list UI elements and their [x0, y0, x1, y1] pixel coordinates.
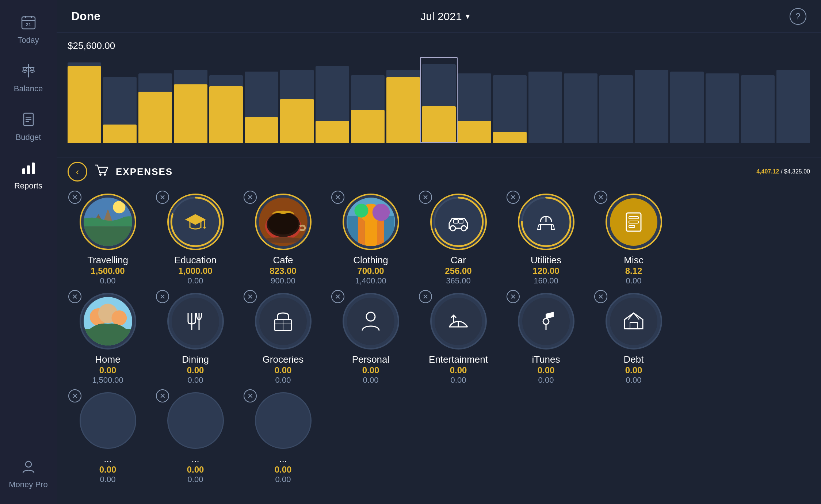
category-close-button[interactable] — [244, 290, 257, 303]
cart-icon — [95, 164, 108, 179]
category-budget: 0.00 — [188, 276, 203, 286]
category-close-button[interactable] — [331, 290, 344, 303]
chart-bar-group — [706, 73, 739, 143]
sidebar-item-today[interactable]: 21 Today — [0, 11, 57, 49]
category-close-button[interactable]: ✕ — [156, 389, 169, 402]
category-budget: 365.00 — [446, 276, 470, 286]
category-spent: 256.00 — [445, 266, 471, 276]
chart-bar-background — [280, 70, 314, 143]
chart-bar-group — [174, 70, 207, 143]
svg-point-21 — [99, 173, 102, 176]
categories-grid: Travelling1,500.000.00 Education1,000.00… — [57, 186, 821, 504]
chart-bar-background — [670, 72, 704, 143]
help-button[interactable]: ? — [790, 8, 806, 25]
chart-bar-group — [209, 75, 243, 143]
category-name: Groceries — [263, 354, 304, 365]
expenses-header: ‹ EXPENSES 4,407.12 / $4,325.00 — [57, 157, 821, 186]
category-close-button[interactable] — [68, 191, 81, 204]
category-item-car[interactable]: Car256.00365.00 — [418, 194, 499, 286]
category-close-button[interactable] — [594, 290, 607, 303]
category-item-misc[interactable]: Misc8.120.00 — [593, 194, 674, 286]
category-item-clothing[interactable]: Clothing700.001,400.00 — [331, 194, 411, 286]
expenses-budget-amount: $4,325.00 — [784, 168, 810, 175]
category-close-button[interactable] — [594, 191, 607, 204]
month-selector[interactable]: Jul 2021 ▾ — [420, 10, 469, 23]
chart-bar-group — [422, 64, 455, 143]
category-item-home[interactable]: Home0.001,500.00 — [68, 293, 148, 385]
chart-bar-background — [493, 75, 527, 143]
sidebar: 21 Today Balance — [0, 0, 57, 504]
back-button[interactable]: ‹ — [68, 162, 87, 182]
category-item-itunes[interactable]: iTunes0.000.00 — [506, 293, 586, 385]
category-spent: 823.00 — [270, 266, 296, 276]
category-item-travelling[interactable]: Travelling1,500.000.00 — [68, 194, 148, 286]
category-circle — [80, 293, 136, 350]
category-budget: 900.00 — [271, 276, 295, 286]
chart-bar-foreground — [209, 86, 243, 143]
category-spent: 0.00 — [275, 465, 292, 475]
chart-bar-group — [458, 73, 491, 143]
balance-icon — [21, 63, 36, 82]
chart-bar-foreground — [422, 106, 455, 143]
category-close-button[interactable]: ✕ — [68, 389, 81, 402]
chart-bar-group — [493, 75, 527, 143]
category-budget: 0.00 — [275, 375, 291, 385]
category-name: Debt — [624, 354, 644, 365]
chart-bar-group — [245, 72, 278, 143]
category-name: Travelling — [87, 255, 128, 266]
chart-bar-group — [528, 72, 562, 143]
category-item-groceries[interactable]: Groceries0.000.00 — [243, 293, 323, 385]
sidebar-item-budget[interactable]: Budget — [0, 108, 57, 146]
category-name: Utilities — [531, 255, 561, 266]
chart-bar-background — [138, 73, 172, 143]
chart-bar-foreground — [280, 99, 314, 143]
category-close-button[interactable] — [507, 191, 520, 204]
category-item-personal[interactable]: Personal0.000.00 — [331, 293, 411, 385]
category-name: ... — [279, 453, 287, 465]
category-name: Education — [174, 255, 217, 266]
expenses-title: EXPENSES — [116, 166, 173, 177]
svg-point-50 — [372, 204, 389, 221]
svg-point-77 — [111, 310, 127, 326]
month-label: Jul 2021 — [420, 10, 462, 23]
chart-bar-foreground — [245, 117, 278, 143]
category-close-button[interactable] — [156, 191, 169, 204]
category-circle — [255, 194, 312, 250]
category-item-utilities[interactable]: Utilities120.00160.00 — [506, 194, 586, 286]
svg-point-89 — [366, 312, 375, 321]
category-close-button[interactable]: ✕ — [244, 389, 257, 402]
chart-bar-foreground — [103, 125, 137, 143]
category-close-button[interactable] — [68, 290, 81, 303]
sidebar-item-moneypro[interactable]: Money Pro — [0, 455, 57, 493]
chart-bar-background — [68, 62, 101, 143]
chart-bar-background — [706, 73, 739, 143]
category-spent: 120.00 — [532, 266, 559, 276]
category-close-button[interactable] — [244, 191, 257, 204]
category-close-button[interactable] — [419, 290, 432, 303]
chart-bar-group — [635, 70, 668, 143]
category-close-button[interactable] — [331, 191, 344, 204]
category-item-entertainment[interactable]: Entertainment0.000.00 — [418, 293, 499, 385]
category-close-button[interactable] — [507, 290, 520, 303]
chart-bar-group — [564, 73, 597, 143]
sidebar-item-reports[interactable]: Reports — [0, 157, 57, 194]
category-name: Entertainment — [429, 354, 488, 365]
svg-text:21: 21 — [26, 22, 31, 27]
category-name: iTunes — [532, 354, 560, 365]
sidebar-today-label: Today — [18, 35, 39, 45]
category-item-education[interactable]: Education1,000.000.00 — [155, 194, 236, 286]
sidebar-moneypro-label: Money Pro — [9, 480, 47, 489]
category-item-cafe[interactable]: Cafe823.00900.00 — [243, 194, 323, 286]
reports-icon — [21, 160, 36, 179]
category-budget: 0.00 — [538, 375, 554, 385]
user-icon — [21, 459, 36, 478]
category-item-debt[interactable]: Debt0.000.00 — [593, 293, 674, 385]
category-close-button[interactable] — [419, 191, 432, 204]
category-close-button[interactable] — [156, 290, 169, 303]
sidebar-item-balance[interactable]: Balance — [0, 60, 57, 97]
category-item-dining[interactable]: Dining0.000.00 — [155, 293, 236, 385]
chart-bars — [68, 55, 810, 143]
category-budget: 0.00 — [188, 375, 203, 385]
done-button[interactable]: Done — [71, 9, 100, 23]
chart-bar-background — [564, 73, 597, 143]
